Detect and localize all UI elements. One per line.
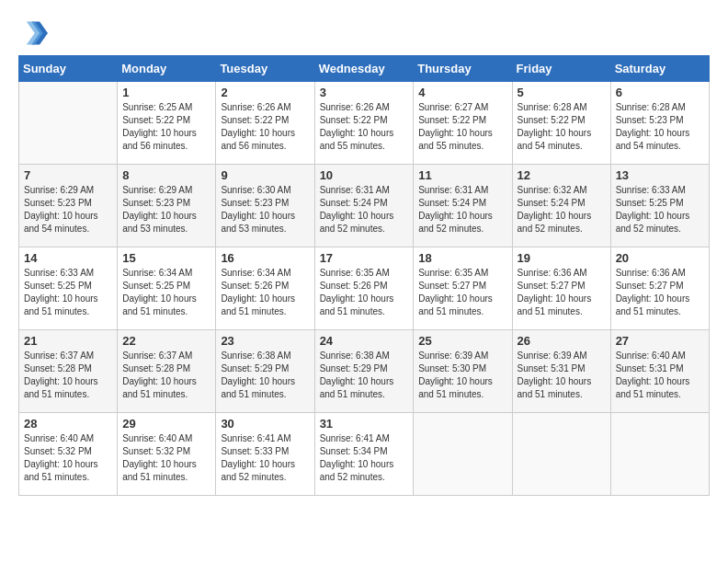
- calendar-cell: 7Sunrise: 6:29 AM Sunset: 5:23 PM Daylig…: [19, 165, 118, 247]
- calendar-cell: 5Sunrise: 6:28 AM Sunset: 5:22 PM Daylig…: [512, 82, 610, 165]
- calendar-cell: 26Sunrise: 6:39 AM Sunset: 5:31 PM Dayli…: [512, 330, 610, 413]
- calendar-cell: 8Sunrise: 6:29 AM Sunset: 5:23 PM Daylig…: [118, 165, 216, 247]
- calendar-header: SundayMondayTuesdayWednesdayThursdayFrid…: [19, 56, 710, 82]
- calendar-cell: 22Sunrise: 6:37 AM Sunset: 5:28 PM Dayli…: [118, 330, 216, 413]
- day-info: Sunrise: 6:25 AM Sunset: 5:22 PM Dayligh…: [122, 101, 210, 153]
- weekday-header: Thursday: [414, 56, 512, 82]
- calendar-cell: 30Sunrise: 6:41 AM Sunset: 5:33 PM Dayli…: [216, 413, 314, 496]
- day-info: Sunrise: 6:29 AM Sunset: 5:23 PM Dayligh…: [122, 184, 210, 236]
- day-info: Sunrise: 6:36 AM Sunset: 5:27 PM Dayligh…: [518, 267, 606, 318]
- day-number: 9: [221, 168, 309, 182]
- day-number: 2: [221, 86, 309, 99]
- calendar-cell: 9Sunrise: 6:30 AM Sunset: 5:23 PM Daylig…: [216, 165, 314, 247]
- logo-icon: [18, 18, 48, 48]
- day-number: 4: [418, 86, 506, 99]
- calendar-week-row: 7Sunrise: 6:29 AM Sunset: 5:23 PM Daylig…: [19, 165, 710, 247]
- day-info: Sunrise: 6:31 AM Sunset: 5:24 PM Dayligh…: [320, 184, 409, 236]
- day-number: 29: [122, 417, 210, 431]
- weekday-header: Friday: [512, 56, 610, 82]
- day-number: 7: [24, 168, 112, 182]
- day-info: Sunrise: 6:28 AM Sunset: 5:22 PM Dayligh…: [518, 101, 606, 153]
- calendar-cell: 25Sunrise: 6:39 AM Sunset: 5:30 PM Dayli…: [414, 330, 512, 413]
- calendar-cell: 6Sunrise: 6:28 AM Sunset: 5:23 PM Daylig…: [610, 82, 709, 165]
- day-info: Sunrise: 6:35 AM Sunset: 5:26 PM Dayligh…: [320, 267, 409, 318]
- calendar-cell: 13Sunrise: 6:33 AM Sunset: 5:25 PM Dayli…: [610, 165, 709, 247]
- day-info: Sunrise: 6:40 AM Sunset: 5:32 PM Dayligh…: [122, 432, 210, 484]
- day-number: 8: [122, 168, 210, 182]
- day-info: Sunrise: 6:41 AM Sunset: 5:33 PM Dayligh…: [221, 432, 309, 484]
- day-info: Sunrise: 6:35 AM Sunset: 5:27 PM Dayligh…: [418, 267, 506, 318]
- day-info: Sunrise: 6:32 AM Sunset: 5:24 PM Dayligh…: [518, 184, 606, 236]
- calendar-cell: [414, 413, 512, 496]
- calendar-cell: 11Sunrise: 6:31 AM Sunset: 5:24 PM Dayli…: [414, 165, 512, 247]
- calendar-cell: 23Sunrise: 6:38 AM Sunset: 5:29 PM Dayli…: [216, 330, 314, 413]
- day-number: 23: [221, 334, 309, 348]
- calendar-week-row: 21Sunrise: 6:37 AM Sunset: 5:28 PM Dayli…: [19, 330, 710, 413]
- day-info: Sunrise: 6:34 AM Sunset: 5:25 PM Dayligh…: [122, 267, 210, 318]
- day-info: Sunrise: 6:37 AM Sunset: 5:28 PM Dayligh…: [24, 350, 112, 401]
- day-info: Sunrise: 6:37 AM Sunset: 5:28 PM Dayligh…: [122, 350, 210, 401]
- day-number: 12: [518, 168, 606, 182]
- day-number: 24: [320, 334, 409, 348]
- day-info: Sunrise: 6:41 AM Sunset: 5:34 PM Dayligh…: [320, 432, 409, 484]
- day-number: 16: [221, 251, 309, 265]
- calendar-cell: 1Sunrise: 6:25 AM Sunset: 5:22 PM Daylig…: [118, 82, 216, 165]
- day-info: Sunrise: 6:40 AM Sunset: 5:32 PM Dayligh…: [24, 432, 112, 484]
- logo: [18, 18, 51, 48]
- day-info: Sunrise: 6:39 AM Sunset: 5:30 PM Dayligh…: [418, 350, 506, 401]
- calendar-cell: 20Sunrise: 6:36 AM Sunset: 5:27 PM Dayli…: [610, 247, 709, 330]
- day-number: 6: [616, 86, 704, 99]
- day-number: 25: [418, 334, 506, 348]
- weekday-header: Sunday: [19, 56, 118, 82]
- calendar-cell: [19, 82, 118, 165]
- day-info: Sunrise: 6:29 AM Sunset: 5:23 PM Dayligh…: [24, 184, 112, 236]
- weekday-header: Tuesday: [216, 56, 314, 82]
- day-info: Sunrise: 6:33 AM Sunset: 5:25 PM Dayligh…: [616, 184, 704, 236]
- calendar-cell: 31Sunrise: 6:41 AM Sunset: 5:34 PM Dayli…: [314, 413, 414, 496]
- day-number: 27: [616, 334, 704, 348]
- calendar-cell: 27Sunrise: 6:40 AM Sunset: 5:31 PM Dayli…: [610, 330, 709, 413]
- day-number: 28: [24, 417, 112, 431]
- day-info: Sunrise: 6:26 AM Sunset: 5:22 PM Dayligh…: [320, 101, 409, 153]
- calendar-cell: 28Sunrise: 6:40 AM Sunset: 5:32 PM Dayli…: [19, 413, 118, 496]
- calendar-week-row: 1Sunrise: 6:25 AM Sunset: 5:22 PM Daylig…: [19, 82, 710, 165]
- day-number: 15: [122, 251, 210, 265]
- day-number: 3: [320, 86, 409, 99]
- calendar-week-row: 14Sunrise: 6:33 AM Sunset: 5:25 PM Dayli…: [19, 247, 710, 330]
- day-info: Sunrise: 6:30 AM Sunset: 5:23 PM Dayligh…: [221, 184, 309, 236]
- day-info: Sunrise: 6:28 AM Sunset: 5:23 PM Dayligh…: [616, 101, 704, 153]
- day-info: Sunrise: 6:38 AM Sunset: 5:29 PM Dayligh…: [221, 350, 309, 401]
- day-info: Sunrise: 6:26 AM Sunset: 5:22 PM Dayligh…: [221, 101, 309, 153]
- day-number: 26: [518, 334, 606, 348]
- calendar-cell: 18Sunrise: 6:35 AM Sunset: 5:27 PM Dayli…: [414, 247, 512, 330]
- calendar-cell: 21Sunrise: 6:37 AM Sunset: 5:28 PM Dayli…: [19, 330, 118, 413]
- day-number: 5: [518, 86, 606, 99]
- header: [18, 18, 710, 48]
- calendar-cell: 19Sunrise: 6:36 AM Sunset: 5:27 PM Dayli…: [512, 247, 610, 330]
- calendar-week-row: 28Sunrise: 6:40 AM Sunset: 5:32 PM Dayli…: [19, 413, 710, 496]
- calendar-cell: 16Sunrise: 6:34 AM Sunset: 5:26 PM Dayli…: [216, 247, 314, 330]
- day-number: 17: [320, 251, 409, 265]
- calendar-cell: [512, 413, 610, 496]
- calendar-cell: 15Sunrise: 6:34 AM Sunset: 5:25 PM Dayli…: [118, 247, 216, 330]
- day-number: 14: [24, 251, 112, 265]
- day-info: Sunrise: 6:40 AM Sunset: 5:31 PM Dayligh…: [616, 350, 704, 401]
- calendar-cell: 4Sunrise: 6:27 AM Sunset: 5:22 PM Daylig…: [414, 82, 512, 165]
- day-number: 20: [616, 251, 704, 265]
- header-row: SundayMondayTuesdayWednesdayThursdayFrid…: [19, 56, 710, 82]
- day-number: 13: [616, 168, 704, 182]
- day-number: 30: [221, 417, 309, 431]
- day-info: Sunrise: 6:31 AM Sunset: 5:24 PM Dayligh…: [418, 184, 506, 236]
- day-number: 11: [418, 168, 506, 182]
- calendar-cell: 12Sunrise: 6:32 AM Sunset: 5:24 PM Dayli…: [512, 165, 610, 247]
- day-number: 1: [122, 86, 210, 99]
- calendar-cell: 2Sunrise: 6:26 AM Sunset: 5:22 PM Daylig…: [216, 82, 314, 165]
- day-number: 22: [122, 334, 210, 348]
- day-number: 10: [320, 168, 409, 182]
- day-number: 18: [418, 251, 506, 265]
- calendar-cell: [610, 413, 709, 496]
- calendar-cell: 24Sunrise: 6:38 AM Sunset: 5:29 PM Dayli…: [314, 330, 414, 413]
- calendar-cell: 3Sunrise: 6:26 AM Sunset: 5:22 PM Daylig…: [314, 82, 414, 165]
- day-info: Sunrise: 6:34 AM Sunset: 5:26 PM Dayligh…: [221, 267, 309, 318]
- calendar-cell: 10Sunrise: 6:31 AM Sunset: 5:24 PM Dayli…: [314, 165, 414, 247]
